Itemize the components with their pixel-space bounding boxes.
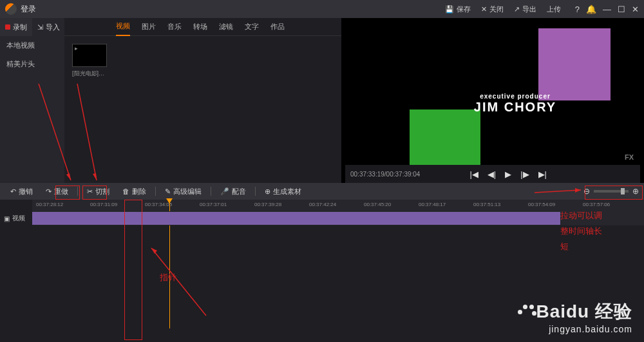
next-clip-icon[interactable]: ▶| bbox=[538, 169, 547, 179]
sidebar: 录制 ⇲ 导入 本地视频 精美片头 bbox=[0, 18, 64, 183]
app-logo-icon bbox=[5, 3, 17, 15]
channel-logo: FX bbox=[625, 153, 634, 161]
prev-clip-icon[interactable]: |◀ bbox=[469, 169, 478, 179]
tab-works[interactable]: 作品 bbox=[270, 18, 285, 35]
video-track[interactable] bbox=[32, 211, 644, 225]
cut-button[interactable]: ✂ 切割 bbox=[82, 185, 115, 198]
tab-filter[interactable]: 滤镜 bbox=[219, 18, 233, 35]
zoom-slider[interactable] bbox=[594, 190, 629, 193]
minimize-icon[interactable]: — bbox=[603, 5, 611, 14]
tab-music[interactable]: 音乐 bbox=[167, 18, 182, 35]
tab-image[interactable]: 图片 bbox=[142, 18, 156, 35]
preview-canvas[interactable]: executive producer JIM CHORY FX bbox=[345, 22, 640, 165]
sidebar-item-local[interactable]: 本地视频 bbox=[0, 36, 64, 55]
zoom-out-icon[interactable]: ⊖ bbox=[583, 187, 590, 196]
app-title: 登录 bbox=[21, 4, 36, 15]
video-clip[interactable] bbox=[32, 212, 560, 225]
sidebar-item-opening[interactable]: 精美片头 bbox=[0, 55, 64, 73]
preview-shape-green bbox=[410, 109, 480, 165]
dub-button[interactable]: 🎤 配音 bbox=[215, 185, 251, 198]
close-button[interactable]: ✕ 关闭 bbox=[481, 5, 504, 14]
main-area: 录制 ⇲ 导入 本地视频 精美片头 视频 图片 音乐 转场 滤镜 文字 作品 [… bbox=[0, 18, 644, 183]
preview-credit: executive producer JIM CHORY bbox=[444, 93, 586, 115]
thumbnail-image bbox=[72, 44, 107, 67]
notify-icon[interactable]: 🔔 bbox=[586, 5, 596, 14]
save-button[interactable]: 💾 保存 bbox=[445, 5, 471, 14]
tab-transition[interactable]: 转场 bbox=[193, 18, 207, 35]
thumbnail-name: [阳光电影]www… bbox=[72, 70, 107, 78]
play-icon[interactable]: ▶ bbox=[505, 169, 511, 179]
track-label-video: ▣ 视频 bbox=[0, 211, 32, 225]
record-button[interactable]: 录制 bbox=[0, 18, 32, 36]
library: 视频 图片 音乐 转场 滤镜 文字 作品 [阳光电影]www… bbox=[64, 18, 341, 183]
import-button[interactable]: ⇲ 导入 bbox=[32, 18, 64, 36]
timeline-toolbar: ↶ 撤销 ↷ 重做 ✂ 切割 🗑 删除 ✎ 高级编辑 🎤 配音 ⊕ 生成素材 ⊖… bbox=[0, 183, 644, 200]
titlebar: 登录 💾 保存 ✕ 关闭 ↗ 导出 上传 ? 🔔 — ☐ ✕ bbox=[0, 0, 644, 18]
upload-button[interactable]: 上传 bbox=[547, 5, 561, 14]
time-ruler[interactable]: 00:37:28:12 00:37:31:09 00:37:34:05 00:3… bbox=[32, 200, 644, 211]
prev-frame-icon[interactable]: ◀| bbox=[488, 169, 496, 179]
zoom-in-icon[interactable]: ⊕ bbox=[632, 187, 639, 196]
delete-button[interactable]: 🗑 删除 bbox=[117, 185, 151, 198]
preview-shape-purple bbox=[538, 28, 611, 100]
undo-button[interactable]: ↶ 撤销 bbox=[5, 185, 38, 198]
tab-text[interactable]: 文字 bbox=[245, 18, 259, 35]
media-tabs: 视频 图片 音乐 转场 滤镜 文字 作品 bbox=[64, 18, 341, 36]
generate-button[interactable]: ⊕ 生成素材 bbox=[260, 185, 307, 198]
watermark: Baidu 经验 jingyan.baidu.com bbox=[518, 299, 632, 334]
tab-video[interactable]: 视频 bbox=[116, 17, 130, 36]
preview-panel: executive producer JIM CHORY FX 00:37:33… bbox=[341, 18, 644, 183]
maximize-icon[interactable]: ☐ bbox=[618, 5, 625, 14]
media-thumbnail[interactable]: [阳光电影]www… bbox=[72, 44, 107, 78]
help-icon[interactable]: ? bbox=[575, 5, 580, 14]
redo-button[interactable]: ↷ 重做 bbox=[41, 185, 73, 198]
export-button[interactable]: ↗ 导出 bbox=[514, 5, 536, 14]
advanced-edit-button[interactable]: ✎ 高级编辑 bbox=[160, 185, 207, 198]
window-close-icon[interactable]: ✕ bbox=[632, 5, 639, 14]
preview-timecode: 00:37:33:19/00:37:39:04 bbox=[350, 171, 420, 178]
next-frame-icon[interactable]: |▶ bbox=[520, 169, 529, 179]
